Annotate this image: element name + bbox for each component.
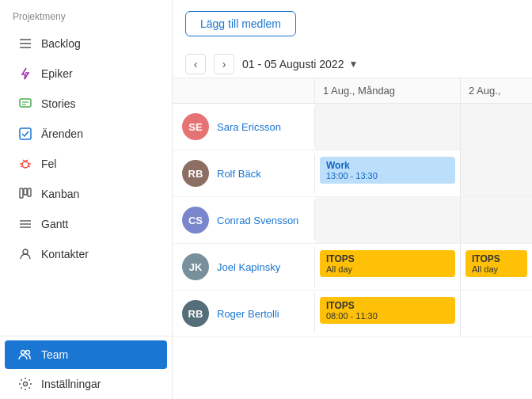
col-day-2: 2 Aug., xyxy=(461,78,532,103)
cal-cell-col2: ITOPSAll day xyxy=(461,244,532,290)
sidebar-item-label: Ärenden xyxy=(41,127,83,140)
member-name[interactable]: Sara Ericsson xyxy=(217,121,281,133)
svg-point-23 xyxy=(24,382,28,386)
member-info: CSConrad Svensson xyxy=(173,200,315,240)
sidebar-item-fel[interactable]: Fel xyxy=(5,150,167,178)
svg-rect-6 xyxy=(20,128,31,139)
cal-cell-col1 xyxy=(315,197,461,243)
sidebar-item-label: Kontakter xyxy=(41,248,89,260)
member-info: JKJoel Kapinsky xyxy=(173,247,315,287)
sidebar-item-label: Kanban xyxy=(41,188,79,200)
event-block[interactable]: Work13:00 - 13:30 xyxy=(320,157,455,184)
svg-point-20 xyxy=(23,249,28,254)
chat-icon xyxy=(17,96,33,112)
prev-nav-button[interactable]: ‹ xyxy=(185,54,206,74)
svg-rect-3 xyxy=(20,99,31,107)
member-name[interactable]: Roger Bertolli xyxy=(217,308,279,320)
member-info: RBRolf Bäck xyxy=(173,154,315,193)
gantt-icon xyxy=(17,216,33,232)
team-icon xyxy=(17,347,33,363)
cal-cell-col1 xyxy=(315,104,461,150)
sidebar-section-title: Projektmeny xyxy=(0,0,172,28)
sidebar-item-gantt[interactable]: Gantt xyxy=(5,210,167,238)
cal-cell-col2 xyxy=(461,291,532,336)
avatar: CS xyxy=(182,207,209,234)
svg-point-21 xyxy=(21,351,25,355)
cal-cell-col2 xyxy=(461,104,532,150)
cal-cell-col1: Work13:00 - 13:30 xyxy=(315,150,461,196)
calendar-columns-header: 1 Aug., Måndag 2 Aug., xyxy=(173,78,532,104)
svg-line-8 xyxy=(23,160,25,162)
table-row: RBRolf BäckWork13:00 - 13:30 xyxy=(173,150,532,197)
sidebar-item-label: Backlog xyxy=(41,37,81,50)
svg-rect-16 xyxy=(28,188,31,196)
sidebar-item-kanban[interactable]: Kanban xyxy=(5,180,167,208)
col-spacer xyxy=(173,78,315,103)
member-name[interactable]: Rolf Bäck xyxy=(217,168,261,180)
avatar: JK xyxy=(182,253,209,280)
table-row: CSConrad Svensson xyxy=(173,197,532,244)
sidebar-item-label: Stories xyxy=(41,97,76,110)
next-nav-button[interactable]: › xyxy=(214,54,234,74)
sidebar-item-installningar[interactable]: Inställningar xyxy=(5,370,167,398)
event-block[interactable]: ITOPSAll day xyxy=(320,250,455,277)
sidebar-item-label: Epiker xyxy=(41,67,73,80)
calendar-header: ‹ › 01 - 05 Augusti 2022 ▼ xyxy=(173,48,532,78)
main-header: Lägg till medlem xyxy=(173,0,532,48)
date-range-text: 01 - 05 Augusti 2022 xyxy=(242,58,344,70)
member-rows: SESara EricssonRBRolf BäckWork13:00 - 13… xyxy=(173,104,532,337)
avatar: RB xyxy=(182,300,209,327)
settings-icon xyxy=(17,376,33,392)
main-content: Lägg till medlem ‹ › 01 - 05 Augusti 202… xyxy=(173,0,532,399)
avatar: SE xyxy=(182,113,209,140)
avatar: RB xyxy=(182,160,209,187)
cal-cell-col1: ITOPS08:00 - 11:30 xyxy=(315,291,461,336)
svg-point-7 xyxy=(22,162,28,168)
event-block[interactable]: ITOPSAll day xyxy=(466,250,527,277)
svg-line-9 xyxy=(25,160,28,162)
checkbox-icon xyxy=(17,126,33,142)
svg-point-22 xyxy=(26,351,30,355)
cal-cell-col2 xyxy=(461,197,532,243)
member-info: RBRoger Bertolli xyxy=(173,294,315,333)
bug-icon xyxy=(17,156,33,172)
sidebar-item-arenden[interactable]: Ärenden xyxy=(5,120,167,148)
table-row: SESara Ericsson xyxy=(173,104,532,150)
sidebar-item-stories[interactable]: Stories xyxy=(5,89,167,118)
sidebar-item-label: Team xyxy=(41,348,68,361)
col-day-1: 1 Aug., Måndag xyxy=(315,78,461,103)
calendar-grid: 1 Aug., Måndag 2 Aug., SESara EricssonRB… xyxy=(173,78,532,399)
date-range: 01 - 05 Augusti 2022 ▼ xyxy=(242,58,358,70)
person-icon xyxy=(17,246,33,262)
sidebar: Projektmeny Backlog Epiker Stories xyxy=(0,0,173,399)
event-block[interactable]: ITOPS08:00 - 11:30 xyxy=(320,297,455,324)
member-name[interactable]: Joel Kapinsky xyxy=(217,261,280,273)
sidebar-item-team[interactable]: Team xyxy=(5,340,167,369)
kanban-icon xyxy=(17,186,33,202)
sidebar-item-label: Inställningar xyxy=(41,378,101,390)
svg-line-12 xyxy=(21,166,22,167)
add-member-button[interactable]: Lägg till medlem xyxy=(185,11,296,36)
date-dropdown-icon[interactable]: ▼ xyxy=(348,59,358,70)
sidebar-item-epiker[interactable]: Epiker xyxy=(5,59,167,88)
table-row: JKJoel KapinskyITOPSAll dayITOPSAll day xyxy=(173,244,532,291)
table-row: RBRoger BertolliITOPS08:00 - 11:30 xyxy=(173,291,532,337)
svg-rect-14 xyxy=(20,188,23,198)
sidebar-item-backlog[interactable]: Backlog xyxy=(5,29,167,58)
svg-line-13 xyxy=(28,166,30,167)
sidebar-item-label: Fel xyxy=(41,158,56,170)
cal-cell-col1: ITOPSAll day xyxy=(315,244,461,290)
cal-cell-col2 xyxy=(461,150,532,196)
lightning-icon xyxy=(17,66,33,82)
svg-rect-15 xyxy=(24,188,27,195)
list-icon xyxy=(17,36,33,51)
member-name[interactable]: Conrad Svensson xyxy=(217,215,298,226)
member-info: SESara Ericsson xyxy=(173,107,315,146)
sidebar-item-kontakter[interactable]: Kontakter xyxy=(5,240,167,268)
sidebar-item-label: Gantt xyxy=(41,218,68,230)
